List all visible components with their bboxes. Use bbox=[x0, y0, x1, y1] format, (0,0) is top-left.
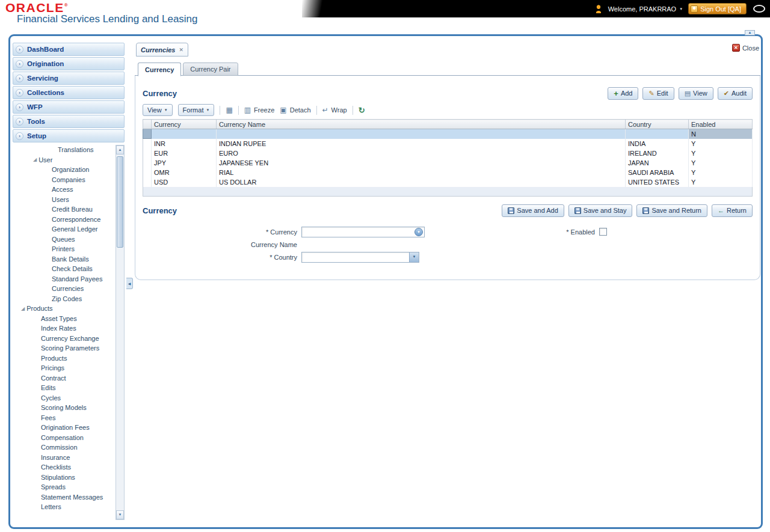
tree-item-credit-bureau[interactable]: Credit Bureau bbox=[13, 204, 114, 215]
sidebar-item-label: Servicing bbox=[27, 75, 58, 82]
tree-item-pricings[interactable]: Pricings bbox=[13, 363, 114, 373]
user-menu[interactable]: Welcome, PRAKRRAO ▼ bbox=[608, 5, 683, 13]
cell-country: SAUDI ARABIA bbox=[626, 168, 689, 177]
table-row[interactable]: EUREUROIRELANDY bbox=[143, 148, 753, 158]
table-row[interactable]: OMRRIALSAUDI ARABIAY bbox=[143, 168, 753, 177]
expand-icon[interactable]: ◢ bbox=[21, 306, 25, 311]
sidebar-item-origination[interactable]: ›Origination bbox=[13, 57, 125, 70]
save-and-add-button[interactable]: Save and Add bbox=[502, 204, 564, 217]
tree-item-label: Fees bbox=[41, 414, 55, 421]
tree-item-translations[interactable]: Translations bbox=[13, 145, 114, 155]
tree-item-access[interactable]: Access bbox=[13, 185, 114, 195]
column-header-currency[interactable]: Currency bbox=[152, 120, 217, 129]
close-button[interactable]: ✕ Close bbox=[732, 44, 759, 52]
sidebar-item-servicing[interactable]: ›Servicing bbox=[13, 72, 125, 85]
sidebar-item-collections[interactable]: ›Collections bbox=[13, 86, 125, 99]
tree-item-statement-messages[interactable]: Statement Messages bbox=[13, 492, 114, 503]
tree-item-zip-codes[interactable]: Zip Codes bbox=[13, 294, 114, 304]
tree-item-printers[interactable]: Printers bbox=[13, 244, 114, 254]
audit-button[interactable]: ✔Audit bbox=[718, 87, 753, 100]
cell-enabled: N bbox=[689, 129, 753, 139]
sidebar-item-wfp[interactable]: ›WFP bbox=[13, 100, 125, 114]
tree-node-user[interactable]: ◢User bbox=[13, 155, 114, 165]
subtab-currency[interactable]: Currency bbox=[138, 63, 181, 76]
tree-item-scoring-parameters[interactable]: Scoring Parameters bbox=[13, 343, 114, 353]
currency-combobox[interactable]: ▼ bbox=[301, 227, 425, 237]
tree-item-currencies[interactable]: Currencies bbox=[13, 284, 114, 294]
tree-node-products[interactable]: ◢Products bbox=[13, 304, 114, 314]
tree-item-index-rates[interactable]: Index Rates bbox=[13, 323, 114, 334]
tree-item-check-details[interactable]: Check Details bbox=[13, 264, 114, 274]
tree-item-standard-payees[interactable]: Standard Payees bbox=[13, 274, 114, 284]
tab-currencies[interactable]: Currencies ✕ bbox=[136, 43, 188, 57]
dropdown-arrow-icon[interactable]: ▼ bbox=[414, 228, 423, 236]
view-button[interactable]: ▤View bbox=[679, 87, 713, 100]
tree-item-origination-fees[interactable]: Origination Fees bbox=[13, 423, 114, 433]
edit-button[interactable]: ✎Edit bbox=[642, 87, 674, 100]
tree-item-compensation[interactable]: Compensation bbox=[13, 433, 114, 443]
tree-item-organization[interactable]: Organization bbox=[13, 165, 114, 175]
sidebar-item-label: DashBoard bbox=[27, 46, 64, 53]
column-header-enabled[interactable]: Enabled bbox=[689, 120, 753, 129]
table-row[interactable]: N bbox=[143, 129, 753, 139]
tree-item-fees[interactable]: Fees bbox=[13, 413, 114, 423]
sidebar-item-tools[interactable]: ›Tools bbox=[13, 115, 125, 128]
expand-icon[interactable]: ◢ bbox=[33, 157, 37, 162]
format-menu-button[interactable]: Format ▼ bbox=[178, 104, 215, 116]
enabled-checkbox[interactable] bbox=[599, 228, 607, 236]
detach-button[interactable]: ▣ Detach bbox=[280, 106, 310, 114]
export-button[interactable]: ▦ bbox=[226, 106, 232, 114]
tree-item-cycles[interactable]: Cycles bbox=[13, 393, 114, 403]
cell-country: JAPAN bbox=[626, 158, 689, 168]
wrap-button[interactable]: ↵ Wrap bbox=[322, 106, 347, 114]
tab-close-icon[interactable]: ✕ bbox=[179, 47, 183, 53]
tree-item-label: Pricings bbox=[41, 364, 64, 371]
tree-item-general-ledger[interactable]: General Ledger bbox=[13, 224, 114, 234]
app-header: ORACLE® Financial Services Lending and L… bbox=[0, 0, 770, 34]
subtab-currency-pair[interactable]: Currency Pair bbox=[183, 63, 238, 76]
scroll-down-button[interactable]: ▼ bbox=[116, 510, 124, 519]
export-grid-icon: ▦ bbox=[226, 106, 232, 114]
refresh-button[interactable]: ↻ bbox=[359, 106, 365, 114]
column-header-country[interactable]: Country bbox=[626, 120, 689, 129]
tree-item-currency-exchange[interactable]: Currency Exchange bbox=[13, 334, 114, 344]
column-header-currency-name[interactable]: Currency Name bbox=[217, 120, 626, 129]
tree-item-scoring-models[interactable]: Scoring Models bbox=[13, 403, 114, 413]
tree-item-label: Statement Messages bbox=[41, 494, 103, 501]
freeze-button[interactable]: ▥ Freeze bbox=[244, 106, 275, 114]
tree-item-contract[interactable]: Contract bbox=[13, 373, 114, 384]
tree-item-products[interactable]: Products bbox=[13, 353, 114, 364]
edit-icon: ✎ bbox=[648, 90, 654, 97]
sidebar-item-dashboard[interactable]: ›DashBoard bbox=[13, 43, 125, 56]
tree-item-checklists[interactable]: Checklists bbox=[13, 462, 114, 472]
tree-item-bank-details[interactable]: Bank Details bbox=[13, 254, 114, 264]
country-select[interactable]: ▼ bbox=[301, 252, 419, 263]
tree-item-letters[interactable]: Letters bbox=[13, 502, 114, 512]
save-and-return-button[interactable]: Save and Return bbox=[636, 204, 707, 217]
empty-row bbox=[143, 187, 753, 197]
sign-out-button[interactable]: Sign Out [QA] bbox=[688, 3, 747, 14]
table-row[interactable]: INRINDIAN RUPEEINDIAY bbox=[143, 139, 753, 148]
dropdown-arrow-icon[interactable]: ▼ bbox=[409, 252, 419, 262]
sidebar-collapse-button[interactable]: ◀ bbox=[126, 278, 133, 289]
tree-item-queues[interactable]: Queues bbox=[13, 234, 114, 245]
save-and-stay-button[interactable]: Save and Stay bbox=[568, 204, 633, 217]
scroll-up-button[interactable]: ▲ bbox=[116, 145, 124, 154]
tree-item-commission[interactable]: Commission bbox=[13, 442, 114, 453]
collapse-header-button[interactable]: ▲ bbox=[745, 30, 755, 35]
tree-item-correspondence[interactable]: Correspondence bbox=[13, 215, 114, 225]
tree-item-asset-types[interactable]: Asset Types bbox=[13, 314, 114, 324]
scrollbar-thumb[interactable] bbox=[117, 156, 123, 248]
table-row[interactable]: USDUS DOLLARUNITED STATESY bbox=[143, 177, 753, 187]
tree-item-spreads[interactable]: Spreads bbox=[13, 482, 114, 492]
tree-item-users[interactable]: Users bbox=[13, 195, 114, 205]
return-button[interactable]: ←Return bbox=[712, 204, 753, 217]
tree-item-stipulations[interactable]: Stipulations bbox=[13, 472, 114, 483]
table-row[interactable]: JPYJAPANESE YENJAPANY bbox=[143, 158, 753, 168]
view-menu-button[interactable]: View ▼ bbox=[143, 104, 173, 116]
add-button[interactable]: +Add bbox=[608, 87, 638, 100]
tree-item-insurance[interactable]: Insurance bbox=[13, 453, 114, 463]
tree-item-edits[interactable]: Edits bbox=[13, 383, 114, 393]
tree-item-companies[interactable]: Companies bbox=[13, 175, 114, 185]
sidebar-item-setup[interactable]: ›Setup bbox=[13, 129, 125, 142]
